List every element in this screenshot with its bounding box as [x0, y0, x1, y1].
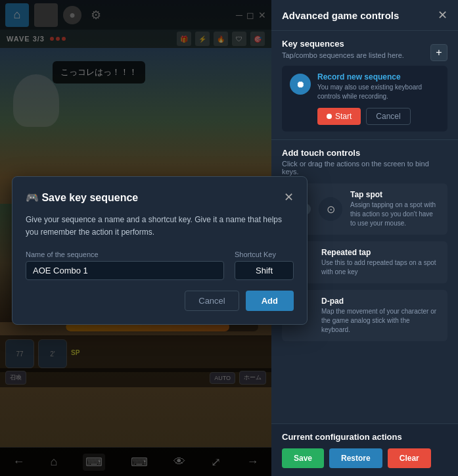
panel-header: Advanced game controls ✕: [271, 0, 458, 31]
record-title: Record new sequence: [317, 72, 440, 82]
record-icon: ⏺: [290, 74, 311, 95]
repeated-tap-name: Repeated tap: [321, 248, 440, 257]
modal-title: 🎮 Save key sequence: [26, 191, 138, 204]
record-btn-row: Start Cancel: [317, 108, 440, 125]
modal-add-button[interactable]: Add: [246, 291, 294, 311]
add-sequence-button[interactable]: +: [430, 44, 447, 61]
tap-spot-desc: Assign tapping on a spot with this actio…: [350, 201, 440, 228]
record-icon-symbol: ⏺: [296, 79, 305, 89]
tap-spot-name: Tap spot: [350, 190, 440, 199]
start-label: Start: [335, 112, 352, 121]
key-sequences-header: Key sequences Tap/combo sequences are li…: [282, 39, 447, 66]
repeated-tap-desc: Use this to add repeated taps on a spot …: [321, 258, 440, 277]
modal-header: 🎮 Save key sequence ✕: [26, 190, 294, 204]
key-sequences-subtitle: Tap/combo sequences are listed here.: [282, 51, 404, 59]
shortcut-field-group: Shortcut Key: [235, 250, 294, 280]
modal-description: Give your sequence a name and a shortcut…: [26, 214, 294, 239]
cancel-recording-button[interactable]: Cancel: [366, 108, 410, 125]
dpad-desc: Map the movement of your character or th…: [321, 307, 440, 335]
modal-buttons: Cancel Add: [26, 291, 294, 311]
key-sequences-title: Key sequences: [282, 39, 404, 49]
restore-config-button[interactable]: Restore: [329, 448, 382, 468]
modal-close-button[interactable]: ✕: [284, 190, 294, 204]
modal-cancel-button[interactable]: Cancel: [185, 291, 239, 311]
name-field-group: Name of the sequence: [26, 250, 224, 280]
record-desc: You may also use existing keyboard contr…: [317, 83, 440, 101]
panel-close-button[interactable]: ✕: [438, 9, 447, 21]
touch-controls-subtitle: Click or drag the actions on the screen …: [282, 160, 447, 176]
tap-spot-text: Tap spot Assign tapping on a spot with t…: [350, 190, 440, 228]
modal-form: Name of the sequence Shortcut Key: [26, 250, 294, 280]
save-key-sequence-dialog: 🎮 Save key sequence ✕ Give your sequence…: [12, 176, 308, 325]
record-card: ⏺ Record new sequence You may also use e…: [282, 66, 447, 131]
sequence-name-input[interactable]: [26, 261, 224, 280]
start-dot-icon: [327, 114, 332, 119]
config-section: Current configuration actions Save Resto…: [271, 423, 458, 476]
clear-config-button[interactable]: Clear: [388, 448, 431, 468]
key-sequences-section: Key sequences Tap/combo sequences are li…: [271, 31, 458, 140]
shortcut-key-input[interactable]: [235, 261, 294, 280]
shortcut-field-label: Shortcut Key: [235, 250, 294, 258]
save-config-button[interactable]: Save: [282, 448, 324, 468]
dpad-name: D-pad: [321, 297, 440, 306]
dpad-text: D-pad Map the movement of your character…: [321, 297, 440, 335]
record-text: Record new sequence You may also use exi…: [317, 72, 440, 125]
config-btn-row: Save Restore Clear: [282, 448, 447, 468]
repeated-tap-text: Repeated tap Use this to add repeated ta…: [321, 248, 440, 277]
tap-spot-icon: ⊙: [319, 197, 342, 221]
name-field-label: Name of the sequence: [26, 250, 224, 258]
panel-title: Advanced game controls: [282, 10, 399, 21]
touch-controls-title: Add touch controls: [282, 148, 447, 158]
key-sequences-title-group: Key sequences Tap/combo sequences are li…: [282, 39, 404, 66]
start-recording-button[interactable]: Start: [317, 108, 361, 125]
config-title: Current configuration actions: [282, 432, 447, 442]
